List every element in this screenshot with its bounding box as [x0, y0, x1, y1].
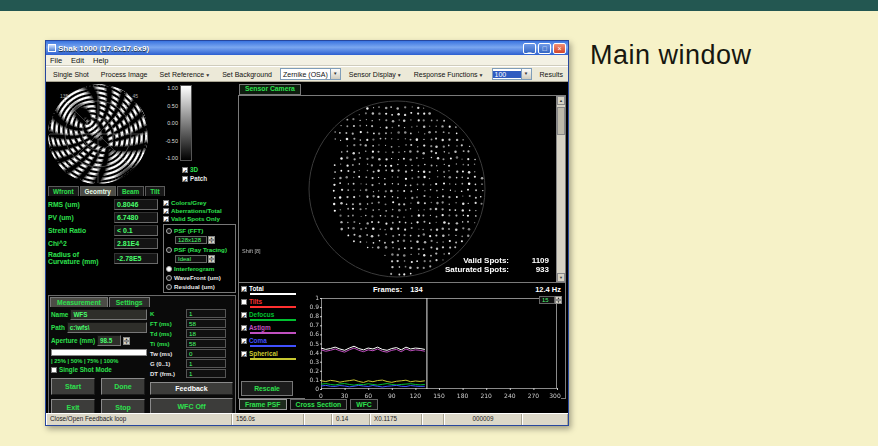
- status-message: Close/Open Feedback loop: [46, 414, 232, 425]
- results-button[interactable]: Results: [536, 69, 567, 80]
- legend-checkbox[interactable]: ✓Defocus: [241, 311, 301, 318]
- legend-checkbox[interactable]: ✓Total: [241, 285, 301, 292]
- param-input[interactable]: 1: [186, 359, 226, 368]
- param-input[interactable]: 1: [186, 309, 226, 318]
- legend-checkbox[interactable]: ✓Astigm: [241, 324, 301, 331]
- radio-psf-ray[interactable]: PSF (Ray Tracing): [166, 246, 233, 253]
- checkbox-single-shot-mode[interactable]: ✓Single Shot Mode: [51, 366, 147, 373]
- right-panel: Sensor Camera Shift [8] Valid Spots:1109…: [238, 84, 566, 411]
- menu-file[interactable]: File: [50, 56, 62, 65]
- path-input[interactable]: c:\wfs\: [67, 322, 147, 333]
- valid-spots-label: Valid Spots:: [463, 256, 509, 265]
- close-button[interactable]: ×: [553, 43, 566, 54]
- radio-residual[interactable]: Residual (um): [166, 283, 233, 290]
- sensor-camera-view: Shift [8] Valid Spots:1109 Saturated Spo…: [238, 95, 566, 283]
- view-tabs: Wfront Geomtry Beam Tilt: [48, 186, 236, 196]
- progress-scale: | 25% | 50% | 75% | 100%: [51, 358, 147, 364]
- scroll-down-icon[interactable]: ▼: [557, 273, 565, 282]
- checkbox-colors-grey[interactable]: ✓Colors/Grey: [163, 199, 236, 206]
- chevron-down-icon: ▼: [397, 72, 402, 78]
- param-td: Td (ms)18: [150, 329, 233, 338]
- tab-sensor-camera[interactable]: Sensor Camera: [239, 84, 301, 95]
- param-input[interactable]: 58: [186, 339, 226, 348]
- zernike-combo[interactable]: Zernike (OSA)▼: [280, 68, 341, 80]
- radio-wavefront[interactable]: WaveFront (um): [166, 274, 233, 281]
- valid-spots-value: 1109: [519, 256, 549, 265]
- interval-spinner[interactable]: 15▲▼: [539, 296, 562, 304]
- scroll-up-icon[interactable]: ▲: [557, 96, 565, 105]
- tab-geomtry[interactable]: Geomtry: [80, 186, 116, 196]
- sensor-display-button[interactable]: Sensor Display▼: [345, 69, 406, 80]
- display-mode-group: PSF (FFT) 128x128▲▼ PSF (Ray Tracing) Id…: [163, 224, 236, 293]
- radio-icon: [166, 284, 172, 290]
- maximize-button[interactable]: □: [538, 43, 551, 54]
- process-image-button[interactable]: Process Image: [97, 69, 152, 80]
- saturated-spots-value: 933: [519, 265, 549, 274]
- stop-button[interactable]: Stop: [101, 399, 145, 413]
- param-input[interactable]: 58: [186, 319, 226, 328]
- legend-swatch: [250, 319, 296, 321]
- feedback-button[interactable]: Feedback: [150, 382, 233, 395]
- checkbox-3d[interactable]: ✓3D: [182, 166, 236, 173]
- aperture-input[interactable]: 98.5: [97, 335, 121, 346]
- aperture-spinner[interactable]: ▲▼: [123, 337, 130, 345]
- legend-checkbox[interactable]: ✓Coma: [241, 337, 301, 344]
- radio-icon: [166, 266, 172, 272]
- interferogram-view: [48, 84, 148, 184]
- minimize-button[interactable]: _: [523, 43, 536, 54]
- checkbox-valid-spots-only[interactable]: ✓Valid Spots Only: [163, 215, 236, 222]
- response-functions-button[interactable]: Response Functions▼: [410, 69, 488, 80]
- tab-frame-psf[interactable]: Frame PSF: [239, 399, 287, 410]
- radio-interferogram[interactable]: Interferogram: [166, 265, 233, 272]
- status-value-1: 0.14: [332, 414, 370, 425]
- display-options: ✓Colors/Grey ✓Aberrations/Total ✓Valid S…: [158, 197, 236, 293]
- param-k: K1: [150, 309, 233, 318]
- set-background-button[interactable]: Set Background: [218, 69, 276, 80]
- spinner[interactable]: ▲▼: [555, 296, 562, 304]
- chevron-down-icon[interactable]: ▼: [521, 69, 531, 79]
- tab-cross-section[interactable]: Cross Section: [290, 399, 348, 410]
- checkbox-patch[interactable]: ✓Patch: [182, 175, 236, 182]
- tab-settings[interactable]: Settings: [109, 297, 150, 307]
- param-input[interactable]: 18: [186, 329, 226, 338]
- menu-edit[interactable]: Edit: [71, 56, 84, 65]
- param-input[interactable]: 0: [186, 349, 226, 358]
- trend-chart-area: Frames: 134 12.4 Hz 15▲▼: [303, 283, 565, 398]
- legend-checkbox[interactable]: ✓Tilts: [241, 298, 301, 305]
- menu-help[interactable]: Help: [93, 56, 108, 65]
- wfc-off-button[interactable]: WFC Off: [150, 398, 233, 413]
- spinner[interactable]: ▲▼: [208, 236, 215, 244]
- angle-label: 135: [60, 93, 68, 99]
- rescale-button[interactable]: Rescale: [241, 381, 293, 396]
- param-input[interactable]: 1: [186, 369, 226, 378]
- legend-checkbox[interactable]: ✓Spherical: [241, 350, 301, 357]
- checkbox-aberrations-total[interactable]: ✓Aberrations/Total: [163, 207, 236, 214]
- name-input[interactable]: WFS: [70, 309, 147, 320]
- tab-wfront[interactable]: Wfront: [48, 186, 79, 196]
- response-combo[interactable]: 100▼: [492, 68, 532, 80]
- legend-astigm: ✓Astigm: [241, 324, 301, 336]
- start-button[interactable]: Start: [51, 378, 95, 395]
- measurement-tabs: Measurement Settings: [49, 296, 235, 307]
- tab-beam[interactable]: Beam: [117, 186, 144, 196]
- tab-tilt[interactable]: Tilt: [145, 186, 164, 196]
- exit-button[interactable]: Exit: [51, 399, 95, 413]
- status-counter: 000009: [444, 414, 522, 425]
- checkbox-icon: ✓: [241, 351, 247, 357]
- tab-wfc[interactable]: WFC: [350, 399, 377, 410]
- stat-chi2: Chi^22.81E4: [48, 238, 158, 249]
- spinner[interactable]: ▲▼: [208, 255, 215, 263]
- angle-label: 45: [132, 93, 138, 99]
- radio-psf-fft[interactable]: PSF (FFT): [166, 227, 233, 234]
- radio-icon: [166, 247, 172, 253]
- psf-ray-combo[interactable]: Ideal▲▼: [175, 255, 233, 263]
- stat-value: 6.7480: [114, 212, 158, 223]
- done-button[interactable]: Done: [101, 378, 145, 395]
- camera-scrollbar[interactable]: ▲ ▼: [556, 96, 565, 282]
- set-reference-button[interactable]: Set Reference▼: [156, 69, 215, 80]
- single-shot-button[interactable]: Single Shot: [49, 69, 93, 80]
- scrollbar-thumb[interactable]: [557, 107, 565, 135]
- psf-fft-size-combo[interactable]: 128x128▲▼: [175, 236, 233, 244]
- tab-measurement[interactable]: Measurement: [50, 297, 108, 307]
- chevron-down-icon[interactable]: ▼: [330, 69, 340, 79]
